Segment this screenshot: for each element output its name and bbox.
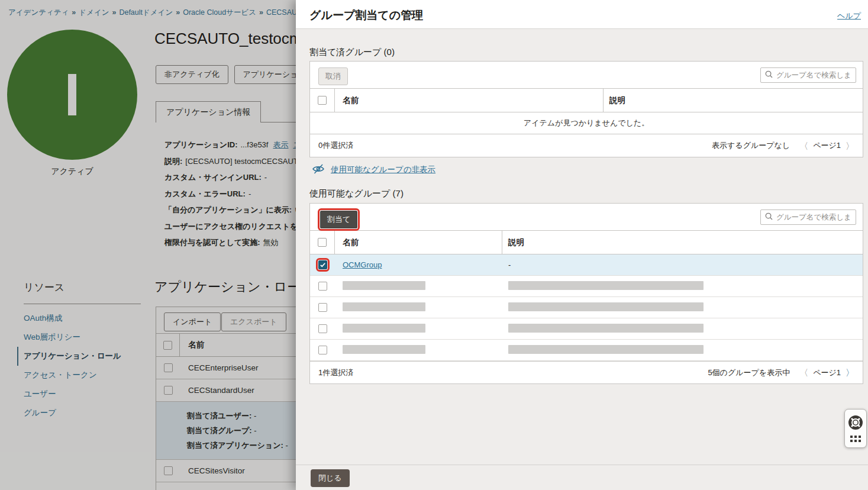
redacted-name-bar	[343, 281, 425, 290]
next-page-icon[interactable]: 〉	[846, 141, 854, 150]
drawer-footer: 閉じる	[296, 465, 868, 490]
pagination: 〈 ページ1 〉	[799, 140, 854, 151]
redacted-description-bar	[508, 345, 704, 354]
assigned-groups-heading: 割当て済グループ (0)	[309, 47, 395, 58]
redacted-name-bar	[343, 345, 425, 354]
assigned-table-header: 名前 説明	[310, 89, 863, 112]
assigned-groups-table: 取消 名前 説明 アイテムが見つかりませんでした。 0件選択済 表示するグループ…	[309, 61, 863, 157]
assigned-search-input[interactable]	[776, 71, 851, 79]
row-checkbox[interactable]	[318, 282, 327, 291]
available-table-header: 名前 説明	[310, 231, 863, 254]
table-row-redacted[interactable]	[310, 318, 863, 340]
name-column-header: 名前	[335, 89, 604, 112]
group-description: -	[502, 260, 863, 269]
available-groups-heading: 使用可能なグループ (7)	[309, 188, 404, 199]
selected-count: 1件選択済	[318, 368, 353, 378]
available-groups-table: 割当て 名前 説明 OCMGroup -	[309, 203, 863, 384]
page-label: ページ1	[813, 368, 841, 378]
screen: アイデンティティ»ドメイン»Defaultドメイン»Oracle Cloudサー…	[0, 0, 868, 490]
available-search-box[interactable]	[760, 209, 856, 225]
table-row-redacted[interactable]	[310, 340, 863, 361]
selected-count: 0件選択済	[318, 140, 353, 151]
display-status: 5個のグループを表示中	[708, 368, 790, 378]
available-toolbar: 割当て	[310, 204, 863, 231]
name-column-header: 名前	[335, 231, 502, 254]
search-icon	[765, 212, 773, 222]
redacted-description-bar	[508, 302, 704, 311]
table-row-redacted[interactable]	[310, 276, 863, 297]
pagination: 〈 ページ1 〉	[799, 368, 854, 378]
grid-dots-icon	[850, 436, 861, 442]
assign-button[interactable]: 割当て	[320, 211, 357, 228]
redacted-description-bar	[508, 324, 704, 333]
hide-available-groups-link[interactable]: 使用可能なグループの非表示	[331, 165, 435, 175]
empty-state-message: アイテムが見つかりませんでした。	[310, 112, 863, 134]
display-status: 表示するグループなし	[712, 140, 790, 151]
previous-page-icon[interactable]: 〈	[799, 368, 808, 377]
drawer-title: グループ割当ての管理	[309, 8, 423, 23]
revoke-button[interactable]: 取消	[318, 67, 348, 85]
manage-group-assignments-drawer: グループ割当ての管理 ヘルプ 割当て済グループ (0) 取消 名前 説明 アイテ…	[296, 0, 868, 490]
assigned-toolbar: 取消	[310, 62, 863, 89]
redacted-name-bar	[343, 324, 425, 333]
drawer-header: グループ割当ての管理 ヘルプ	[296, 0, 868, 29]
assigned-search-box[interactable]	[760, 67, 856, 83]
select-all-checkbox[interactable]	[318, 238, 327, 247]
group-name-link[interactable]: OCMGroup	[343, 260, 382, 269]
row-checkbox[interactable]	[318, 303, 327, 312]
page-label: ページ1	[813, 140, 841, 151]
row-checkbox[interactable]	[318, 324, 327, 333]
previous-page-icon[interactable]: 〈	[799, 141, 808, 150]
row-checkbox-checked[interactable]	[318, 260, 327, 269]
life-ring-icon	[848, 415, 863, 432]
table-row-redacted[interactable]	[310, 297, 863, 318]
search-icon	[765, 70, 773, 80]
toggle-available-groups: 使用可能なグループの非表示	[312, 164, 435, 176]
description-column-header: 説明	[502, 231, 863, 254]
row-checkbox[interactable]	[318, 346, 327, 354]
description-column-header: 説明	[604, 89, 863, 112]
assigned-table-footer: 0件選択済 表示するグループなし 〈 ページ1 〉	[310, 134, 863, 157]
redacted-description-bar	[508, 281, 704, 290]
select-all-checkbox[interactable]	[318, 96, 327, 105]
close-button[interactable]: 閉じる	[311, 469, 350, 487]
help-widget-button[interactable]	[844, 409, 867, 448]
redacted-name-bar	[343, 302, 425, 311]
available-search-input[interactable]	[776, 213, 851, 221]
available-table-footer: 1件選択済 5個のグループを表示中 〈 ページ1 〉	[310, 361, 863, 383]
table-row-ocmgroup[interactable]: OCMGroup -	[310, 254, 863, 276]
next-page-icon[interactable]: 〉	[846, 368, 854, 377]
eye-off-icon	[312, 164, 325, 176]
help-link[interactable]: ヘルプ	[837, 11, 861, 21]
